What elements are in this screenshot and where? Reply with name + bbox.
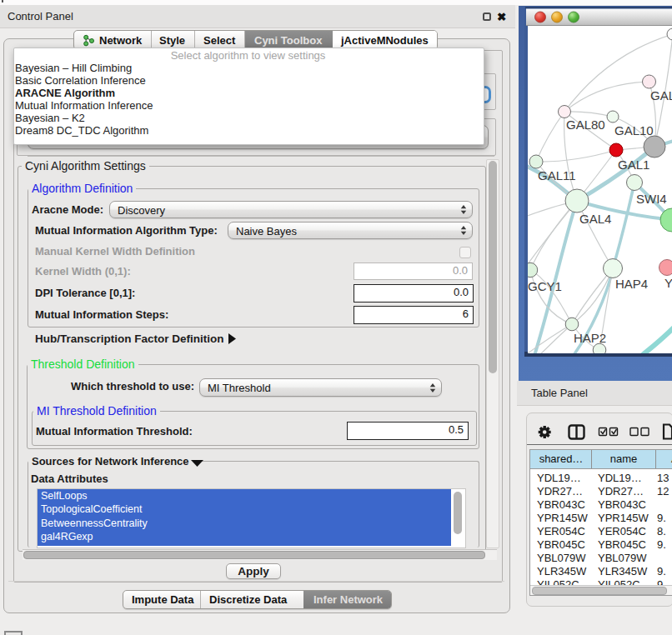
svg-text:GAL1: GAL1: [618, 158, 649, 172]
svg-text:Y: Y: [664, 276, 672, 290]
svg-text:GCY1: GCY1: [528, 279, 562, 293]
svg-text:HAP4: HAP4: [615, 277, 648, 291]
svg-text:GAL7: GAL7: [650, 88, 672, 102]
svg-text:GAL4: GAL4: [579, 212, 611, 226]
svg-text:SWI4: SWI4: [636, 192, 667, 206]
svg-text:HAP2: HAP2: [574, 331, 606, 345]
svg-text:GAL80: GAL80: [566, 118, 605, 132]
svg-text:GAL11: GAL11: [538, 168, 576, 182]
svg-text:GAL10: GAL10: [614, 123, 654, 138]
